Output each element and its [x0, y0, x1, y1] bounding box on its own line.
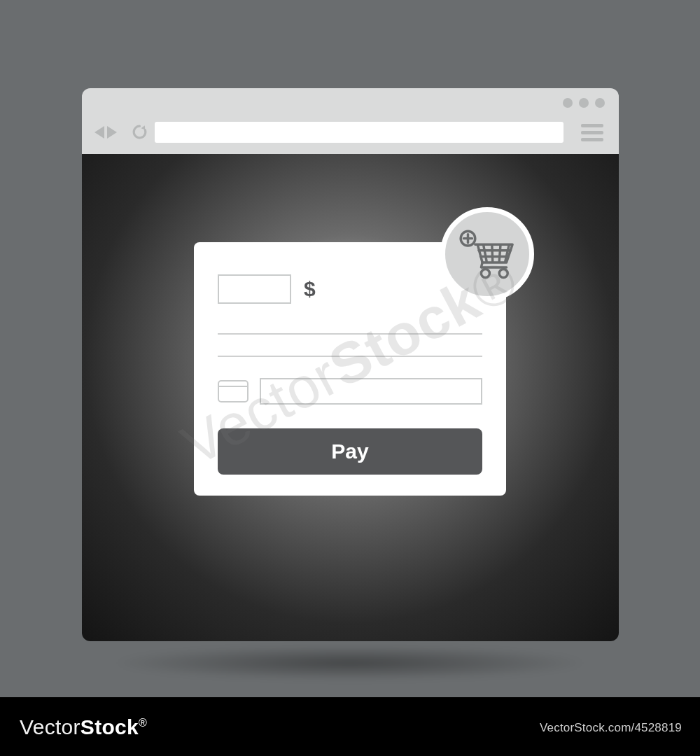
attribution-text: VectorStock.com/4528819	[540, 721, 682, 735]
text-input-line-1[interactable]	[218, 333, 482, 335]
svg-line-3	[484, 246, 486, 261]
currency-label: $	[304, 277, 316, 301]
svg-point-10	[499, 270, 507, 278]
add-to-cart-badge[interactable]	[440, 207, 534, 301]
window-controls	[563, 98, 605, 108]
forward-icon[interactable]	[107, 126, 117, 139]
window-control-dot[interactable]	[563, 98, 573, 108]
svg-line-5	[499, 246, 500, 261]
window-control-dot[interactable]	[595, 98, 605, 108]
brand-watermark: VectorStock®	[20, 715, 147, 739]
card-number-input[interactable]	[260, 378, 482, 405]
add-to-cart-icon	[457, 227, 517, 281]
amount-input[interactable]	[218, 274, 291, 304]
svg-point-9	[481, 270, 489, 278]
browser-window: $ Pay	[82, 88, 619, 641]
payment-card: $ Pay	[194, 242, 506, 496]
card-row	[218, 378, 482, 405]
window-control-dot[interactable]	[579, 98, 589, 108]
browser-toolbar	[82, 88, 619, 154]
text-input-line-2[interactable]	[218, 356, 482, 357]
nav-arrows	[94, 126, 117, 139]
url-input[interactable]	[155, 122, 564, 143]
reload-icon[interactable]	[131, 123, 148, 141]
back-icon[interactable]	[94, 126, 104, 139]
svg-line-4	[492, 246, 493, 261]
window-shadow	[112, 645, 588, 680]
pay-button[interactable]: Pay	[218, 428, 482, 475]
amount-row: $	[218, 274, 482, 304]
browser-viewport: $ Pay	[82, 154, 619, 641]
credit-card-icon	[218, 380, 248, 402]
menu-icon[interactable]	[581, 124, 603, 141]
